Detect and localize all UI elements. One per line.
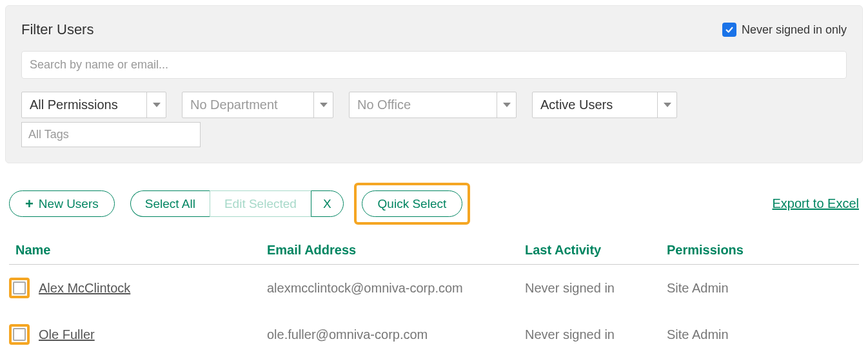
chevron-down-icon (320, 103, 328, 107)
chevron-down-icon (503, 103, 511, 107)
name-cell: Ole Fuller (9, 324, 267, 345)
office-dropdown[interactable]: No Office (349, 92, 517, 118)
users-table: Name Email Address Last Activity Permiss… (0, 231, 868, 348)
check-icon (725, 25, 734, 34)
search-input[interactable] (21, 51, 847, 79)
plus-icon: + (25, 198, 34, 210)
quick-select-button[interactable]: Quick Select (362, 190, 463, 217)
permissions-cell: Site Admin (667, 327, 859, 342)
chevron-down-icon (153, 103, 161, 107)
table-header: Name Email Address Last Activity Permiss… (9, 235, 859, 265)
permissions-dropdown[interactable]: All Permissions (21, 92, 166, 118)
clear-selection-button[interactable]: X (311, 190, 344, 217)
office-dropdown-label: No Office (357, 97, 411, 112)
search-row (21, 51, 847, 79)
new-users-button[interactable]: + New Users (9, 190, 115, 217)
row-checkbox-highlight (9, 324, 30, 345)
chevron-down-icon (664, 103, 671, 107)
permissions-dropdown-label: All Permissions (30, 97, 118, 112)
never-signed-in-filter[interactable]: Never signed in only (722, 23, 847, 37)
column-header-permissions[interactable]: Permissions (667, 243, 859, 258)
select-all-button[interactable]: Select All (130, 190, 210, 217)
dropdown-caret-wrap (146, 92, 166, 118)
dropdown-row: All Permissions No Department No Office … (21, 92, 847, 118)
never-signed-in-label: Never signed in only (742, 23, 847, 37)
department-dropdown-label: No Department (190, 97, 278, 112)
column-header-name[interactable]: Name (9, 243, 267, 258)
name-cell: Alex McClintock (9, 278, 267, 298)
activity-cell: Never signed in (525, 281, 667, 296)
column-header-email[interactable]: Email Address (267, 243, 525, 258)
email-cell: alexmcclintock@omniva-corp.com (267, 281, 525, 296)
table-row: Ole Fuller ole.fuller@omniva-corp.com Ne… (9, 311, 859, 348)
row-checkbox[interactable] (13, 281, 26, 294)
selection-button-group: Select All Edit Selected X (130, 190, 344, 217)
email-cell: ole.fuller@omniva-corp.com (267, 327, 525, 342)
filter-header: Filter Users Never signed in only (21, 21, 847, 38)
filter-panel: Filter Users Never signed in only All Pe… (5, 5, 863, 163)
edit-selected-button[interactable]: Edit Selected (210, 190, 311, 217)
actions-row: + New Users Select All Edit Selected X Q… (0, 169, 868, 231)
tags-input[interactable]: All Tags (21, 122, 201, 147)
user-name-link[interactable]: Alex McClintock (39, 281, 130, 296)
department-dropdown[interactable]: No Department (182, 92, 333, 118)
activity-cell: Never signed in (525, 327, 667, 342)
new-users-label: New Users (39, 198, 99, 210)
user-name-link[interactable]: Ole Fuller (39, 327, 95, 342)
dropdown-caret-wrap (313, 92, 333, 118)
status-dropdown-label: Active Users (540, 97, 613, 112)
filter-title: Filter Users (21, 21, 94, 38)
row-checkbox-highlight (9, 278, 30, 298)
dropdown-caret-wrap (657, 92, 676, 118)
never-signed-in-checkbox[interactable] (722, 23, 736, 37)
status-dropdown[interactable]: Active Users (532, 92, 677, 118)
dropdown-secondary-row: All Tags (21, 122, 847, 147)
table-row: Alex McClintock alexmcclintock@omniva-co… (9, 265, 859, 311)
permissions-cell: Site Admin (667, 281, 859, 296)
quick-select-highlight: Quick Select (354, 183, 471, 225)
export-to-excel-link[interactable]: Export to Excel (772, 196, 859, 211)
dropdown-caret-wrap (497, 92, 516, 118)
row-checkbox[interactable] (13, 328, 26, 341)
column-header-activity[interactable]: Last Activity (525, 243, 667, 258)
